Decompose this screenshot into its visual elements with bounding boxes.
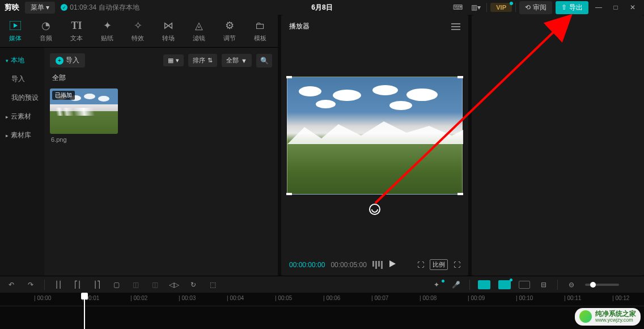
export-button[interactable]: ⇧导出 [556, 1, 588, 14]
close-button[interactable]: ✕ [626, 3, 639, 11]
filter-button[interactable]: 全部 ▼ [222, 54, 252, 67]
select-right-button[interactable]: ⎮⎤ [91, 281, 103, 289]
fullscreen-icon[interactable]: ⛶ [454, 261, 460, 269]
tab-media[interactable]: 媒体 [0, 15, 31, 47]
media-icon [10, 19, 21, 32]
crop-tool-1[interactable]: ◫ [130, 281, 141, 289]
mirror-button[interactable]: ◁▷ [168, 281, 180, 289]
view-grid-button[interactable]: ▦▾ [163, 54, 184, 66]
tab-label: 调节 [223, 34, 236, 43]
divider [557, 280, 558, 290]
nav-library[interactable]: ▸素材库 [0, 126, 44, 145]
check-icon: ✓ [61, 4, 67, 11]
playhead[interactable] [84, 293, 85, 329]
menu-label: 菜单 [31, 3, 44, 11]
media-toolbar: +导入 ▦▾ 排序 ⇅ 全部 ▼ 🔍 [50, 53, 272, 68]
ruler-tick: | 00:02 [130, 295, 147, 301]
tab-sticker[interactable]: ✦贴纸 [92, 15, 122, 47]
nav-label: 我的预设 [11, 93, 39, 103]
effect-icon: ✧ [134, 19, 142, 32]
undo-button[interactable]: ↶ [6, 281, 17, 289]
grid-icon: ▦ [168, 57, 173, 64]
project-title[interactable]: 6月8日 [311, 3, 332, 12]
crop-tool-2[interactable]: ◫ [149, 281, 160, 289]
track-mode-1[interactable] [478, 280, 490, 289]
layout-icon[interactable]: ▥▾ [468, 2, 483, 13]
transition-icon: ⋈ [163, 19, 173, 32]
filter-icon: ◬ [195, 19, 203, 32]
tab-label: 媒体 [9, 34, 22, 43]
nav-presets[interactable]: 我的预设 [0, 88, 44, 107]
nav-import[interactable]: 导入 [0, 70, 44, 88]
player-viewport[interactable] [281, 38, 468, 254]
watermark-logo-icon [579, 310, 592, 323]
delete-button[interactable]: ▢ [111, 281, 122, 289]
ruler-tick: | 00:06 [323, 295, 340, 301]
mic-button[interactable]: 🎤 [450, 281, 461, 289]
magic-button[interactable]: ✦ [431, 281, 442, 289]
rotate-handle[interactable] [369, 204, 380, 215]
ruler-tick: | 00:04 [227, 295, 244, 301]
player-menu-icon[interactable] [451, 23, 460, 30]
ruler-tick: | 00:11 [564, 295, 581, 301]
tab-filter[interactable]: ◬滤镜 [184, 15, 214, 47]
crop-button[interactable]: ⬚ [207, 281, 218, 289]
nav-local[interactable]: ▾本地 [0, 51, 44, 70]
zoom-out-button[interactable]: ⊖ [566, 281, 577, 289]
player-title: 播放器 [289, 22, 310, 31]
ruler-tick: | 00:03 [179, 295, 196, 301]
zoom-thumb[interactable] [590, 282, 596, 288]
title-bar: 剪映 菜单 ▾ ✓ 01:09:34 自动保存本地 6月8日 ⌨ ▥▾ VIP … [0, 0, 644, 15]
category-tabs: 媒体 ◔音频 TI文本 ✦贴纸 ✧特效 ⋈转场 ◬滤镜 ⚙调节 🗀模板 [0, 15, 278, 48]
align-button[interactable]: ⊟ [538, 281, 549, 289]
split-button[interactable]: ⎮⎮ [53, 281, 64, 289]
tab-text[interactable]: TI文本 [61, 15, 92, 47]
resize-handle-bl[interactable] [286, 193, 292, 195]
tab-template[interactable]: 🗀模板 [245, 15, 276, 47]
minimize-button[interactable]: — [592, 3, 605, 11]
ratio-button[interactable]: 比例 [430, 259, 448, 270]
keyboard-icon[interactable]: ⌨ [450, 2, 465, 13]
zoom-slider[interactable] [585, 284, 619, 286]
autosave-text: 自动保存本地 [99, 3, 139, 12]
resize-handle-tr[interactable] [457, 76, 463, 78]
media-thumb[interactable]: 已添加 6.png [50, 88, 118, 143]
resize-handle-br[interactable] [457, 193, 463, 195]
menu-button[interactable]: 菜单 ▾ [25, 2, 55, 14]
main-row: 媒体 ◔音频 TI文本 ✦贴纸 ✧特效 ⋈转场 ◬滤镜 ⚙调节 🗀模板 ▾本地 … [0, 15, 644, 276]
sticker-icon: ✦ [103, 19, 112, 32]
tab-transition[interactable]: ⋈转场 [153, 15, 184, 47]
compare-icon[interactable] [372, 261, 383, 269]
adjust-icon: ⚙ [225, 19, 234, 32]
sort-button[interactable]: 排序 ⇅ [188, 54, 217, 67]
rotate-button[interactable]: ↻ [188, 281, 199, 289]
track-mode-3[interactable] [519, 281, 530, 289]
player-canvas[interactable] [287, 77, 463, 195]
tab-audio[interactable]: ◔音频 [31, 15, 61, 47]
track-mode-2[interactable] [498, 280, 511, 289]
import-button[interactable]: +导入 [50, 53, 85, 68]
app-name: 剪映 [5, 2, 19, 12]
resize-handle-tl[interactable] [286, 76, 292, 78]
timeline[interactable]: | 00:00| 00:01| 00:02| 00:03| 00:04| 00:… [0, 293, 644, 329]
maximize-button[interactable]: □ [609, 3, 622, 11]
nav-cloud[interactable]: ▸云素材 [0, 107, 44, 126]
play-button[interactable] [388, 260, 396, 269]
audio-icon: ◔ [41, 19, 50, 32]
vip-button[interactable]: VIP [490, 3, 512, 12]
review-button[interactable]: ⟲审阅 [519, 1, 552, 14]
tab-effect[interactable]: ✧特效 [122, 15, 153, 47]
tab-label: 贴纸 [101, 34, 113, 43]
focus-icon[interactable]: ⛶ [417, 261, 424, 269]
search-button[interactable]: 🔍 [256, 54, 272, 68]
tab-label: 文本 [70, 34, 83, 43]
plus-icon: + [56, 57, 63, 65]
ruler-tick: | 00:10 [516, 295, 533, 301]
timeline-ruler[interactable]: | 00:00| 00:01| 00:02| 00:03| 00:04| 00:… [0, 293, 644, 306]
redo-button[interactable]: ↷ [25, 281, 36, 289]
review-icon: ⟲ [525, 3, 531, 11]
select-left-button[interactable]: ⎡⎮ [72, 281, 83, 289]
tab-adjust[interactable]: ⚙调节 [214, 15, 245, 47]
watermark-url: www.ycwjzy.com [595, 318, 636, 323]
timeline-toolbar: ↶ ↷ ⎮⎮ ⎡⎮ ⎮⎤ ▢ ◫ ◫ ◁▷ ↻ ⬚ ✦ 🎤 ⊟ ⊖ ⊕ [0, 276, 644, 293]
